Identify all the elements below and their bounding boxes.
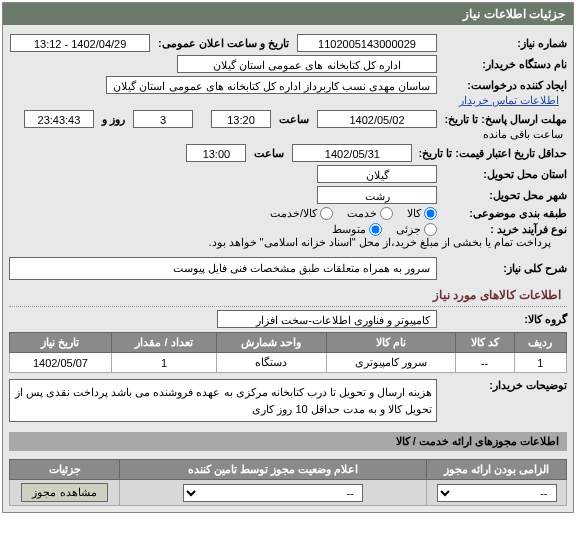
buyer-notes-label: توضیحات خریدار: <box>437 379 567 392</box>
th-row: ردیف <box>514 333 566 353</box>
view-permit-button[interactable]: مشاهده مجوز <box>21 483 107 502</box>
td-unit: دستگاه <box>217 353 327 373</box>
category-radio-group: کالا خدمت کالا/خدمت <box>270 207 437 220</box>
proc-medium-option[interactable]: متوسط <box>332 223 382 236</box>
cat-both-radio[interactable] <box>320 207 333 220</box>
time-label-2: ساعت <box>246 147 292 160</box>
category-label: طبقه بندی موضوعی: <box>437 207 567 220</box>
table-header-row: ردیف کد کالا نام کالا واحد شمارش تعداد /… <box>10 333 567 353</box>
th-status: اعلام وضعیت مجوز توسط تامین کننده <box>120 460 427 480</box>
cat-both-option[interactable]: کالا/خدمت <box>270 207 333 220</box>
contact-link[interactable]: اطلاعات تماس خریدار <box>459 94 559 107</box>
proc-partial-radio[interactable] <box>424 223 437 236</box>
need-no-label: شماره نیاز: <box>437 37 567 50</box>
th-details: جزئیات <box>10 460 120 480</box>
need-no-field: 1102005143000029 <box>297 34 437 52</box>
cat-service-option[interactable]: خدمت <box>347 207 393 220</box>
days-value: 3 <box>133 110 193 128</box>
th-name: نام کالا <box>326 333 455 353</box>
th-code: کد کالا <box>455 333 514 353</box>
td-mandatory: -- <box>427 480 567 506</box>
buyer-notes-box: هزینه ارسال و تحویل تا درب کتابخانه مرکز… <box>9 379 437 422</box>
proc-partial-label: جزئی <box>396 223 421 236</box>
permits-row: -- -- مشاهده مجوز <box>10 480 567 506</box>
cat-service-radio[interactable] <box>380 207 393 220</box>
deadline-time-field: 13:20 <box>211 110 271 128</box>
validity-label: حداقل تاریخ اعتبار قیمت: تا تاریخ: <box>412 147 567 160</box>
days-label: روز و <box>94 113 133 126</box>
th-date: تاریخ نیاز <box>10 333 112 353</box>
time-label-1: ساعت <box>271 113 317 126</box>
province-field: گیلان <box>317 165 437 183</box>
remain-time: 23:43:43 <box>24 110 94 128</box>
deadline-label: مهلت ارسال پاسخ: تا تاریخ: <box>437 113 567 126</box>
remain-label: ساعت باقی مانده <box>483 128 567 141</box>
city-field: رشت <box>317 186 437 204</box>
buyer-org-label: نام دستگاه خریدار: <box>437 58 567 71</box>
table-row: 1 -- سرور کامپیوتری دستگاه 1 1402/05/07 <box>10 353 567 373</box>
status-select[interactable]: -- <box>183 484 363 502</box>
validity-time-field: 13:00 <box>186 144 246 162</box>
creator-label: ایجاد کننده درخواست: <box>437 79 567 92</box>
cat-goods-option[interactable]: کالا <box>407 207 437 220</box>
general-desc-box: سرور به همراه متعلقات طبق مشخصات فنی فای… <box>9 257 437 280</box>
group-label: گروه کالا: <box>437 313 567 326</box>
td-name: سرور کامپیوتری <box>326 353 455 373</box>
deadline-date-field: 1402/05/02 <box>317 110 437 128</box>
cat-both-label: کالا/خدمت <box>270 207 317 220</box>
panel-body: شماره نیاز: 1102005143000029 تاریخ و ساع… <box>3 25 573 512</box>
goods-table: ردیف کد کالا نام کالا واحد شمارش تعداد /… <box>9 332 567 373</box>
group-field: کامپیوتر و فناوری اطلاعات-سخت افزار <box>217 310 437 328</box>
th-qty: تعداد / مقدار <box>111 333 216 353</box>
cat-goods-radio[interactable] <box>424 207 437 220</box>
proc-medium-label: متوسط <box>332 223 366 236</box>
cat-goods-label: کالا <box>407 207 421 220</box>
goods-info-title: اطلاعات کالاهای مورد نیاز <box>9 284 567 307</box>
announce-label: تاریخ و ساعت اعلان عمومی: <box>150 37 297 50</box>
general-desc-label: شرح کلی نیاز: <box>437 262 567 275</box>
need-details-panel: جزئیات اطلاعات نیاز شماره نیاز: 11020051… <box>2 2 574 513</box>
td-status: -- <box>120 480 427 506</box>
mandatory-select[interactable]: -- <box>437 484 557 502</box>
proc-note: پرداخت تمام یا بخشی از مبلغ خرید،از محل … <box>208 236 555 249</box>
process-radio-group: جزئی متوسط <box>332 223 437 236</box>
td-code: -- <box>455 353 514 373</box>
buyer-org-field: اداره کل کتابخانه های عمومی استان گیلان <box>177 55 437 73</box>
td-details: مشاهده مجوز <box>10 480 120 506</box>
th-unit: واحد شمارش <box>217 333 327 353</box>
validity-date-field: 1402/05/31 <box>292 144 412 162</box>
permits-table: الزامی بودن ارائه مجوز اعلام وضعیت مجوز … <box>9 459 567 506</box>
proc-partial-option[interactable]: جزئی <box>396 223 437 236</box>
city-label: شهر محل تحویل: <box>437 189 567 202</box>
announce-field: 1402/04/29 - 13:12 <box>10 34 150 52</box>
sub-panel-title: اطلاعات مجوزهای ارائه خدمت / کالا <box>9 432 567 451</box>
creator-field: ساسان مهدی نسب کاربرداز اداره کل کتابخان… <box>106 76 437 94</box>
permits-header-row: الزامی بودن ارائه مجوز اعلام وضعیت مجوز … <box>10 460 567 480</box>
th-mandatory: الزامی بودن ارائه مجوز <box>427 460 567 480</box>
td-qty: 1 <box>111 353 216 373</box>
process-label: نوع فرآیند خرید : <box>437 223 567 236</box>
panel-title: جزئیات اطلاعات نیاز <box>3 3 573 25</box>
proc-medium-radio[interactable] <box>369 223 382 236</box>
cat-service-label: خدمت <box>347 207 377 220</box>
td-date: 1402/05/07 <box>10 353 112 373</box>
td-row: 1 <box>514 353 566 373</box>
province-label: استان محل تحویل: <box>437 168 567 181</box>
